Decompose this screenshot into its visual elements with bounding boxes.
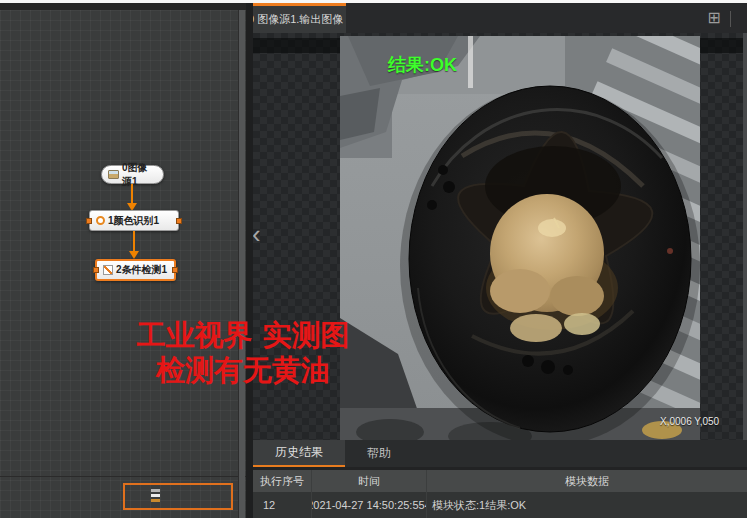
flowchart-canvas[interactable]: 0图像源1 1颜色识别1 2条件检测1 <box>0 10 246 518</box>
cell-time: 2021-04-27 14:50:25:554 <box>312 492 427 518</box>
history-table: 执行序号 时间 模块数据 12 2021-04-27 14:50:25:554 … <box>253 470 747 518</box>
viewer-vertical-scrollbar[interactable] <box>743 33 747 440</box>
image-source-icon <box>108 170 119 179</box>
col-header-module-data: 模块数据 <box>427 470 747 492</box>
tab-output-image[interactable]: 0 图像源1.输出图像 ◢ <box>253 3 346 33</box>
col-header-time: 时间 <box>312 470 427 492</box>
connector-nub-right[interactable] <box>172 267 178 273</box>
connector-nub-right[interactable] <box>176 218 182 224</box>
vision-software-window: 0图像源1 1颜色识别1 2条件检测1 0 图像源1.输出图 <box>0 0 747 518</box>
flow-node-label: 0图像源1 <box>122 161 157 189</box>
cell-module-data: 模块状态:1结果:OK <box>427 492 747 518</box>
condition-check-icon <box>103 265 113 275</box>
tab-output-image-label: 0 图像源1.输出图像 <box>253 12 343 27</box>
tabbar-separator <box>730 11 731 27</box>
flow-node-image-source[interactable]: 0图像源1 <box>101 165 164 184</box>
flow-node-label: 1颜色识别1 <box>108 214 159 228</box>
flowchart-minimap <box>0 476 246 518</box>
fit-view-icon[interactable]: ⊞ <box>705 9 723 27</box>
tab-history-results[interactable]: 历史结果 <box>253 440 345 467</box>
flow-node-condition-check[interactable]: 2条件检测1 <box>95 259 176 281</box>
minimap-viewport-box[interactable] <box>123 483 233 510</box>
image-viewer[interactable]: 结果:OK X,0006 Y,050 ‹ <box>253 33 747 440</box>
color-recognition-icon <box>96 216 105 225</box>
col-header-seq: 执行序号 <box>253 470 312 492</box>
panel-divider[interactable] <box>246 3 253 518</box>
inspection-photo <box>340 36 700 440</box>
connector-nub-left[interactable] <box>93 267 99 273</box>
collapse-chevron-icon[interactable]: ‹ <box>253 221 261 247</box>
flowchart-vertical-scrollbar[interactable] <box>238 10 245 518</box>
cell-seq: 12 <box>253 492 312 518</box>
cursor-coordinates: X,0006 Y,050 <box>660 416 719 427</box>
flow-connector-line <box>133 231 135 252</box>
tab-history-results-label: 历史结果 <box>275 444 323 461</box>
history-table-row[interactable]: 12 2021-04-27 14:50:25:554 模块状态:1结果:OK <box>253 492 747 518</box>
minimap-node-glyphs <box>151 489 160 502</box>
history-table-header: 执行序号 时间 模块数据 <box>253 470 747 492</box>
tab-help[interactable]: 帮助 <box>345 440 413 467</box>
flow-connector-line <box>131 184 133 204</box>
flow-node-label: 2条件检测1 <box>116 263 167 277</box>
viewer-tabbar: 0 图像源1.输出图像 ◢ ⊞ <box>253 3 747 33</box>
connector-nub-left[interactable] <box>86 218 92 224</box>
tab-help-label: 帮助 <box>367 445 391 462</box>
history-panel: 历史结果 帮助 执行序号 时间 模块数据 12 2021-04-27 14:50… <box>253 440 747 518</box>
history-panel-tabs: 历史结果 帮助 <box>253 440 747 467</box>
result-ok-overlay: 结果:OK <box>388 53 457 77</box>
flow-node-color-recognition[interactable]: 1颜色识别1 <box>89 210 179 231</box>
flow-connector-arrowhead <box>129 251 139 259</box>
